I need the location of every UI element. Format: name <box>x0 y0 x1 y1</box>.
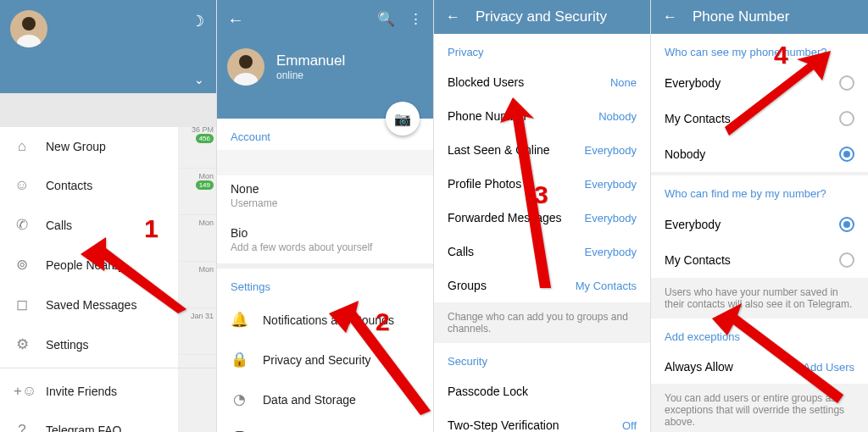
menu-new-group[interactable]: ⌂New Group <box>0 127 216 166</box>
passcode[interactable]: Passcode Lock <box>434 374 650 408</box>
bio-field[interactable]: Bio Add a few words about yourself <box>217 219 433 263</box>
menu-invite[interactable]: +☺Invite Friends <box>0 372 216 411</box>
bio-label: Add a few words about yourself <box>231 241 420 253</box>
menu-contacts[interactable]: ☺Contacts <box>0 166 216 205</box>
settings-header-label: Settings <box>217 269 433 300</box>
annotation-1: 1 <box>144 214 159 243</box>
menu-label: Settings <box>46 338 89 352</box>
phone-icon: ✆ <box>14 216 31 234</box>
bell-icon: 🔔 <box>231 311 248 329</box>
back-icon[interactable]: ← <box>227 10 244 29</box>
phone-header: ← Phone Number <box>651 0 868 34</box>
night-mode-icon[interactable]: ☽ <box>191 12 204 30</box>
annotation-4: 4 <box>774 41 788 69</box>
arrow-3 <box>487 97 564 296</box>
opt-label: Everybody <box>665 218 721 231</box>
menu-faq[interactable]: ?Telegram FAQ <box>0 411 216 432</box>
menu-label: Telegram FAQ <box>46 424 121 432</box>
svg-marker-4 <box>712 303 843 403</box>
radio-icon[interactable] <box>839 75 854 91</box>
search-icon[interactable]: 🔍 <box>377 10 395 28</box>
avatar[interactable] <box>227 48 264 86</box>
phone-field[interactable] <box>217 150 433 175</box>
who-can-find: Who can find me by my number? <box>651 175 868 207</box>
avatar[interactable] <box>10 10 47 47</box>
item-value: Everybody <box>585 178 637 191</box>
privacy-header: ← Privacy and Security <box>434 0 650 34</box>
help-icon: ? <box>14 422 31 432</box>
item-label: Passcode Lock <box>448 385 528 398</box>
profile-status: online <box>276 69 345 81</box>
item-value: Off <box>622 419 637 432</box>
menu-label: Invite Friends <box>46 385 117 398</box>
settings-header: ← 🔍⋮ Emmanuel online 📷 <box>217 0 433 119</box>
page-title: Privacy and Security <box>476 8 607 25</box>
radio-icon[interactable] <box>839 217 854 232</box>
back-icon[interactable]: ← <box>446 8 460 25</box>
menu-settings[interactable]: ⚙Settings <box>0 324 216 364</box>
profile-name: Emmanuel <box>276 53 345 69</box>
menu-label: New Group <box>46 140 106 153</box>
camera-button[interactable]: 📷 <box>386 102 420 136</box>
arrow-4b <box>712 303 848 408</box>
security-section: Security <box>434 343 650 374</box>
account-strip <box>0 93 216 127</box>
drawer-header: ☽ ⌄ <box>0 0 216 93</box>
nearby-icon: ⊚ <box>14 256 31 274</box>
bookmark-icon: ◻ <box>14 296 31 313</box>
person-icon: ☺ <box>14 177 31 194</box>
opt-label: My Contacts <box>665 112 731 125</box>
opt-label: My Contacts <box>665 253 731 267</box>
menu-label: Calls <box>46 219 72 232</box>
item-value: Nobody <box>598 110 637 123</box>
radio-icon[interactable] <box>839 252 854 268</box>
radio-icon[interactable] <box>839 111 854 126</box>
invite-icon: +☺ <box>14 383 31 400</box>
item-value: Everybody <box>585 246 637 258</box>
item-value: Everybody <box>585 212 637 224</box>
opt2-everybody[interactable]: Everybody <box>651 207 868 242</box>
item-label: Groups <box>448 279 487 292</box>
username-value: None <box>231 182 420 196</box>
item-value: My Contacts <box>576 280 637 292</box>
blocked-users[interactable]: Blocked UsersNone <box>434 65 650 99</box>
group-icon: ⌂ <box>14 138 31 155</box>
menu-label: Contacts <box>46 179 92 192</box>
annotation-3: 3 <box>534 180 548 209</box>
more-icon[interactable]: ⋮ <box>409 10 423 28</box>
back-icon[interactable]: ← <box>663 8 677 25</box>
opt-label: Everybody <box>665 76 721 90</box>
data-icon: ◔ <box>231 390 248 408</box>
item-value: None <box>610 76 637 89</box>
item-label: Blocked Users <box>448 75 524 89</box>
annotation-2: 2 <box>376 307 390 336</box>
username-field[interactable]: None Username <box>217 175 433 219</box>
lock-icon: 🔒 <box>231 351 248 368</box>
radio-icon[interactable] <box>839 147 854 162</box>
item-label: Calls <box>448 245 474 258</box>
item-value: Everybody <box>585 144 637 157</box>
privacy-section: Privacy <box>434 34 650 65</box>
gear-icon: ⚙ <box>14 335 31 353</box>
arrow-1 <box>81 233 191 321</box>
username-label: Username <box>231 197 420 209</box>
divider <box>0 368 216 368</box>
opt2-contacts[interactable]: My Contacts <box>651 242 868 278</box>
page-title: Phone Number <box>693 8 789 25</box>
item-label: Two-Step Verification <box>448 418 559 432</box>
svg-marker-0 <box>81 237 186 313</box>
bio-value: Bio <box>231 226 420 240</box>
footer-note: Change who can add you to groups and cha… <box>434 302 650 343</box>
two-step[interactable]: Two-Step VerificationOff <box>434 408 650 432</box>
opt-label: Nobody <box>665 147 705 161</box>
chevron-down-icon[interactable]: ⌄ <box>194 73 204 86</box>
